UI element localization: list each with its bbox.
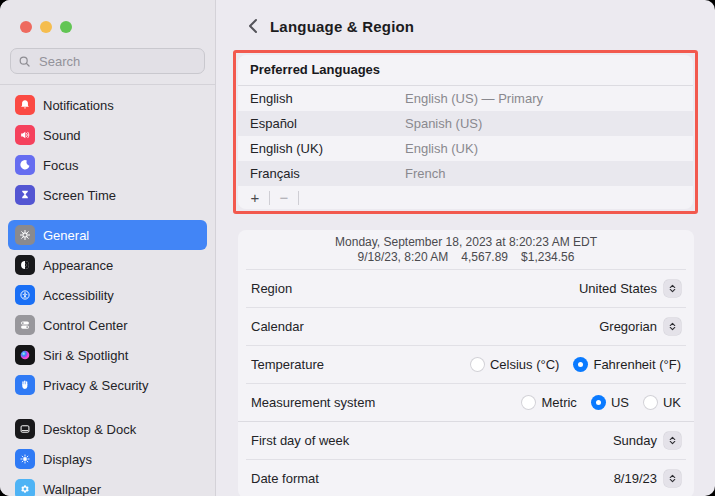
search-field[interactable] — [10, 48, 205, 74]
sidebar-item-notifications[interactable]: Notifications — [8, 90, 207, 120]
language-row[interactable]: English (UK) English (UK) — [238, 136, 693, 161]
measurement-row: Measurement system Metric US UK — [238, 384, 694, 421]
sidebar-item-label: Control Center — [43, 318, 128, 333]
measurement-radio-group: Metric US UK — [521, 395, 681, 410]
sidebar-item-label: Screen Time — [43, 188, 116, 203]
sidebar-nav: Notifications Sound Focus Screen Time — [0, 85, 215, 496]
region-row: Region United States — [238, 270, 694, 307]
radio-icon[interactable] — [573, 357, 588, 372]
hand-icon — [15, 375, 35, 395]
sidebar-item-general[interactable]: General — [8, 220, 207, 250]
date-format-select[interactable]: 8/19/23 — [614, 470, 681, 487]
search-input[interactable] — [37, 53, 197, 70]
region-select[interactable]: United States — [579, 280, 681, 297]
language-row[interactable]: Español Spanish (US) — [238, 111, 693, 136]
add-language-button[interactable]: + — [247, 190, 263, 205]
fahrenheit-option[interactable]: Fahrenheit (°F) — [573, 357, 681, 372]
stepper-icon[interactable] — [664, 318, 681, 335]
main-pane: Language & Region Preferred Languages En… — [216, 0, 715, 496]
zoom-button[interactable] — [60, 21, 72, 33]
preview-currency: $1,234.56 — [521, 250, 574, 264]
search-icon — [18, 55, 31, 68]
sidebar-item-label: General — [43, 228, 89, 243]
contrast-icon — [15, 255, 35, 275]
language-list-toolbar: + − — [238, 186, 693, 209]
sidebar-item-siri-spotlight[interactable]: Siri & Spotlight — [8, 340, 207, 370]
date-format-value: 8/19/23 — [614, 471, 657, 486]
region-value: United States — [579, 281, 657, 296]
sidebar-group-gap — [8, 400, 207, 414]
gear-icon — [15, 225, 35, 245]
annotation-highlight-box: Preferred Languages English English (US)… — [233, 50, 698, 214]
sidebar-item-label: Siri & Spotlight — [43, 348, 128, 363]
speaker-icon — [15, 125, 35, 145]
traffic-lights — [0, 0, 215, 33]
format-preview-line1: Monday, September 18, 2023 at 8:20:23 AM… — [238, 235, 694, 250]
sidebar-item-displays[interactable]: Displays — [8, 444, 207, 474]
metric-option[interactable]: Metric — [521, 395, 576, 410]
uk-option[interactable]: UK — [643, 395, 681, 410]
sidebar-item-desktop-dock[interactable]: Desktop & Dock — [8, 414, 207, 444]
calendar-row: Calendar Gregorian — [238, 308, 694, 345]
us-option[interactable]: US — [591, 395, 629, 410]
hourglass-icon — [15, 185, 35, 205]
celsius-label: Celsius (°C) — [490, 357, 559, 372]
first-day-select[interactable]: Sunday — [613, 432, 681, 449]
region-label: Region — [251, 281, 292, 296]
preferred-languages-title: Preferred Languages — [238, 55, 693, 86]
language-name: English (UK) — [250, 141, 405, 156]
language-name: English — [250, 91, 405, 106]
us-label: US — [611, 395, 629, 410]
sidebar-item-privacy-security[interactable]: Privacy & Security — [8, 370, 207, 400]
desktop-window-icon — [15, 419, 35, 439]
celsius-option[interactable]: Celsius (°C) — [470, 357, 559, 372]
radio-icon[interactable] — [521, 395, 536, 410]
radio-icon[interactable] — [591, 395, 606, 410]
sidebar-item-sound[interactable]: Sound — [8, 120, 207, 150]
calendar-select[interactable]: Gregorian — [599, 318, 681, 335]
format-preview-line2: 9/18/23, 8:20 AM4,567.89$1,234.56 — [238, 250, 694, 265]
back-button[interactable] — [248, 18, 258, 34]
sidebar-item-wallpaper[interactable]: Wallpaper — [8, 474, 207, 496]
sidebar-item-label: Appearance — [43, 258, 113, 273]
moon-icon — [15, 155, 35, 175]
sidebar-item-label: Focus — [43, 158, 78, 173]
first-day-value: Sunday — [613, 433, 657, 448]
radio-icon[interactable] — [470, 357, 485, 372]
temperature-label: Temperature — [251, 357, 324, 372]
sun-icon — [15, 449, 35, 469]
sidebar-group-gap — [8, 210, 207, 220]
stepper-icon[interactable] — [664, 432, 681, 449]
temperature-radio-group: Celsius (°C) Fahrenheit (°F) — [470, 357, 681, 372]
first-day-label: First day of week — [251, 433, 349, 448]
sidebar-item-focus[interactable]: Focus — [8, 150, 207, 180]
language-detail: English (US) — Primary — [405, 91, 543, 106]
language-detail: Spanish (US) — [405, 116, 482, 131]
temperature-row: Temperature Celsius (°C) Fahrenheit (°F) — [238, 346, 694, 383]
language-row[interactable]: English English (US) — Primary — [238, 86, 693, 111]
preview-date-short: 9/18/23, 8:20 AM — [358, 250, 449, 264]
uk-label: UK — [663, 395, 681, 410]
calendar-value: Gregorian — [599, 319, 657, 334]
stepper-icon[interactable] — [664, 470, 681, 487]
flower-icon — [15, 479, 35, 496]
language-detail: French — [405, 166, 445, 181]
main-header: Language & Region — [216, 0, 715, 37]
minimize-button[interactable] — [40, 21, 52, 33]
radio-icon[interactable] — [643, 395, 658, 410]
date-format-label: Date format — [251, 471, 319, 486]
close-button[interactable] — [20, 21, 32, 33]
remove-language-button[interactable]: − — [276, 190, 292, 205]
accessibility-icon — [15, 285, 35, 305]
sidebar-item-control-center[interactable]: Control Center — [8, 310, 207, 340]
siri-icon — [15, 345, 35, 365]
bell-icon — [15, 95, 35, 115]
first-day-row: First day of week Sunday — [238, 422, 694, 459]
sidebar-item-screen-time[interactable]: Screen Time — [8, 180, 207, 210]
measurement-label: Measurement system — [251, 395, 375, 410]
sidebar-item-appearance[interactable]: Appearance — [8, 250, 207, 280]
stepper-icon[interactable] — [664, 280, 681, 297]
sidebar-item-accessibility[interactable]: Accessibility — [8, 280, 207, 310]
language-row[interactable]: Français French — [238, 161, 693, 186]
format-preview: Monday, September 18, 2023 at 8:20:23 AM… — [238, 230, 694, 269]
